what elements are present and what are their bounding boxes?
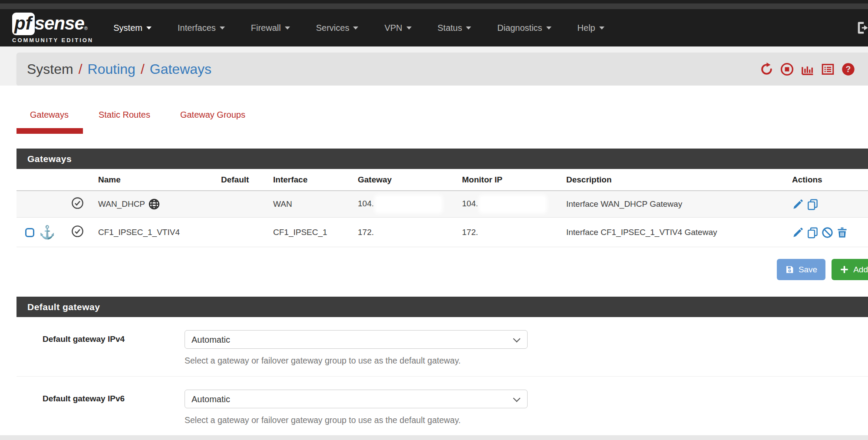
redacted-ip [376,197,441,212]
chevron-down-icon [353,26,358,30]
nav-item-label: Help [578,23,595,33]
main-content: Gateways Static Routes Gateway Groups Ga… [0,86,868,436]
nav-item-label: Interfaces [178,23,216,33]
default-gateway-ipv6-help: Select a gateway or failover gateway gro… [185,415,528,425]
chevron-down-icon [406,26,412,30]
logo-pf: pf [12,13,35,35]
monitor-ip: 104. [462,199,478,208]
table-header-row: Name Default Interface Gateway Monitor I… [17,169,868,191]
col-default: Default [218,169,271,191]
table-row: ⚓ CF1_IPSEC_1_VTIV4 CF1_IPSEC_1 172. 172… [17,218,868,247]
col-monitor-ip: Monitor IP [459,169,564,191]
delete-icon[interactable] [836,227,848,238]
nav-item-firewall[interactable]: Firewall [238,23,303,33]
form-row-ipv6: Default gateway IPv6 Automatic Select a … [17,377,868,436]
copy-icon[interactable] [807,227,818,238]
edit-icon[interactable] [792,198,804,210]
svg-text:?: ? [846,64,851,74]
stop-icon[interactable] [780,63,794,76]
check-circle-icon [71,225,84,238]
tab-gateway-groups[interactable]: Gateway Groups [167,110,260,134]
chevron-down-icon [599,26,604,30]
col-gateway: Gateway [355,169,459,191]
default-gateway-ipv4-select[interactable]: Automatic [185,330,528,349]
tab-gateways[interactable]: Gateways [17,110,83,134]
gateway-address: 104. [358,199,374,208]
nav-item-system[interactable]: System [100,23,165,33]
logo-sense: sense [35,13,84,34]
col-select [17,169,69,191]
form-row-ipv4: Default gateway IPv4 Automatic Select a … [17,317,868,377]
nav-item-status[interactable]: Status [425,23,485,33]
gateway-interface: CF1_IPSEC_1 [271,218,355,247]
breadcrumb-system: System [27,61,73,77]
default-gateway-panel-title: Default gateway [17,297,868,317]
window-top-strip [0,3,868,9]
page-header-zone: System / Routing / Gateways [0,46,868,86]
nav-item-help[interactable]: Help [564,23,617,33]
chevron-down-icon [146,26,152,30]
nav-item-label: System [113,23,142,33]
table-row: WAN_DHCP WAN 104. 104. Interface WAN_DHC… [17,191,868,218]
logo-registered-mark: ® [84,26,88,31]
chart-icon[interactable] [801,63,814,76]
page-bottom-strip [0,435,868,440]
gateways-panel-title: Gateways [17,149,868,169]
col-status [69,169,96,191]
nav-item-label: VPN [384,23,402,33]
default-gateway-panel: Default gateway Default gateway IPv4 Aut… [17,297,868,436]
gateways-panel: Gateways Name Default Interface Gateway … [17,149,868,247]
add-button[interactable]: Add [832,259,868,280]
nav-item-interfaces[interactable]: Interfaces [165,23,238,33]
gateway-name: CF1_IPSEC_1_VTIV4 [96,218,218,247]
nav-item-diagnostics[interactable]: Diagnostics [484,23,564,33]
chevron-down-icon [285,26,290,30]
col-name: Name [96,169,218,191]
breadcrumb-routing[interactable]: Routing [88,61,135,77]
checkbox-icon[interactable] [25,228,34,237]
default-gateway-ipv4-select-wrap: Automatic [185,330,528,349]
default-gateway-ipv4-help: Select a gateway or failover gateway gro… [185,356,528,366]
save-button[interactable]: Save [777,259,825,280]
chevron-down-icon [220,26,225,30]
col-interface: Interface [271,169,355,191]
gateway-description: Interface WAN_DHCP Gateway [564,191,789,218]
tab-static-routes[interactable]: Static Routes [85,110,165,134]
save-button-label: Save [799,265,817,275]
copy-icon[interactable] [807,198,818,210]
nav-item-services[interactable]: Services [303,23,372,33]
tab-bar: Gateways Static Routes Gateway Groups [0,86,868,134]
redacted-ip [481,197,545,212]
disable-icon[interactable] [822,227,833,238]
globe-icon [149,198,160,210]
button-row: Save Add [17,259,868,280]
log-icon[interactable] [821,63,835,76]
gateway-name: WAN_DHCP [98,199,145,209]
default-gateway-ipv6-select[interactable]: Automatic [185,390,528,408]
chevron-down-icon [466,26,471,30]
navbar: pf sense ® COMMUNITY EDITION System Inte… [0,9,868,46]
edit-icon[interactable] [792,227,804,238]
breadcrumb: System / Routing / Gateways [17,53,868,86]
sign-out-icon[interactable] [855,20,868,36]
add-button-label: Add [853,265,868,275]
gateway-description: Interface CF1_IPSEC_1_VTIV4 Gateway [564,218,789,247]
col-actions: Actions [789,169,868,191]
anchor-icon[interactable]: ⚓ [39,226,55,239]
help-icon[interactable]: ? [842,63,855,76]
default-gateway-ipv4-label: Default gateway IPv4 [43,330,160,366]
logo-subtitle: COMMUNITY EDITION [12,37,93,43]
nav-menu: System Interfaces Firewall Services VPN … [100,23,617,33]
pfsense-logo[interactable]: pf sense ® COMMUNITY EDITION [12,13,93,43]
breadcrumb-gateways[interactable]: Gateways [150,61,211,77]
default-gateway-ipv6-select-wrap: Automatic [185,390,528,408]
chevron-down-icon [546,26,551,30]
refresh-icon[interactable] [760,63,773,76]
default-gateway-ipv6-label: Default gateway IPv6 [43,390,160,425]
nav-item-vpn[interactable]: VPN [371,23,424,33]
nav-item-label: Services [316,23,350,33]
plus-icon [840,265,849,274]
monitor-ip: 172. [459,218,564,247]
breadcrumb-separator: / [79,61,83,77]
gateways-table: Name Default Interface Gateway Monitor I… [17,169,868,247]
